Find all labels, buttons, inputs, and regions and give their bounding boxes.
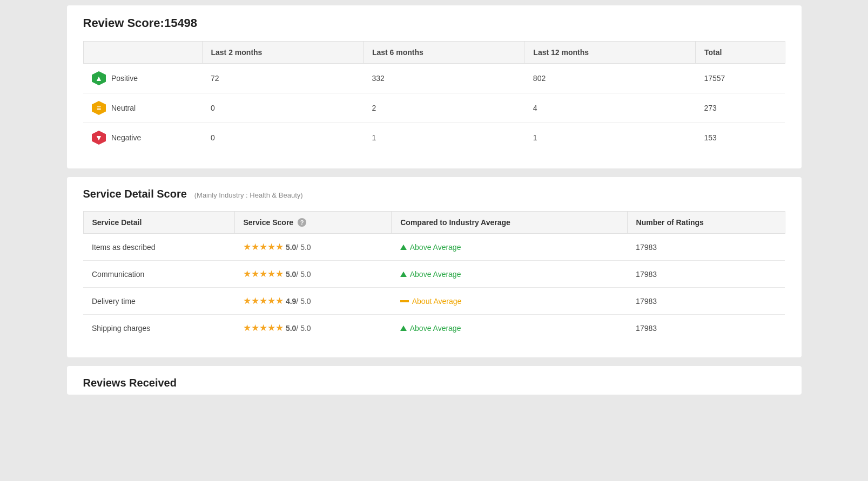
service-detail-score-card: Service Detail Score (Mainly Industry : …: [67, 177, 802, 357]
above-avg-arrow: [400, 272, 407, 277]
review-score-table: Last 2 months Last 6 months Last 12 mont…: [83, 41, 785, 152]
star-icon: ★: [243, 296, 251, 306]
num-ratings-cell: 17983: [627, 234, 785, 261]
comparison-above: Above Average: [400, 243, 618, 252]
service-score-cell: ★★★★★ 5.0/ 5.0: [234, 315, 392, 342]
row-type-label: Neutral: [111, 104, 136, 112]
service-detail-name: Shipping charges: [83, 315, 234, 342]
comparison-cell: Above Average: [392, 315, 627, 342]
positive-icon: ▲: [92, 71, 106, 85]
comparison-label: Above Average: [410, 243, 461, 252]
comparison-cell: Above Average: [392, 234, 627, 261]
star-icon: ★: [267, 296, 275, 306]
star-icon: ★: [267, 269, 275, 279]
neutral-icon: ≡: [92, 101, 106, 115]
col-industry-avg: Compared to Industry Average: [392, 212, 627, 234]
last2-value: 0: [202, 93, 363, 123]
star-rating: ★★★★★: [243, 297, 284, 306]
service-score-cell: ★★★★★ 4.9/ 5.0: [234, 288, 392, 315]
reviews-received-card: Reviews Received: [67, 366, 802, 395]
col-header-total: Total: [695, 42, 785, 64]
star-icon: ★: [251, 242, 259, 252]
star-icon: ★: [267, 323, 275, 333]
service-score-cell: ★★★★★ 5.0/ 5.0: [234, 261, 392, 288]
star-icon: ★: [259, 296, 267, 306]
col-service-detail: Service Detail: [83, 212, 234, 234]
num-ratings-cell: 17983: [627, 261, 785, 288]
review-score-title: Review Score:15498: [83, 16, 785, 30]
last12-value: 4: [524, 93, 696, 123]
star-icon: ★: [243, 323, 251, 333]
service-detail-name: Items as described: [83, 234, 234, 261]
num-ratings-cell: 17983: [627, 288, 785, 315]
last6-value: 332: [363, 64, 524, 93]
row-label-cell: ≡ Neutral: [83, 93, 202, 123]
last2-value: 0: [202, 123, 363, 153]
star-icon: ★: [251, 269, 259, 279]
star-rating: ★★★★★: [243, 324, 284, 333]
comparison-label: Above Average: [410, 270, 461, 279]
row-label-cell: ▲ Positive: [83, 64, 202, 93]
total-value: 17557: [695, 64, 785, 93]
score-display: 5.0/ 5.0: [286, 243, 311, 252]
negative-icon: ▼: [92, 131, 106, 145]
star-icon: ★: [251, 296, 259, 306]
last2-value: 72: [202, 64, 363, 93]
service-score-cell: ★★★★★ 5.0/ 5.0: [234, 234, 392, 261]
star-icon: ★: [251, 323, 259, 333]
service-detail-name: Communication: [83, 261, 234, 288]
comparison-about: About Average: [400, 297, 618, 306]
star-rating: ★★★★★: [243, 243, 284, 252]
review-score-card: Review Score:15498 Last 2 months Last 6 …: [67, 5, 802, 168]
row-type-label: Negative: [111, 133, 141, 142]
score-display: 5.0/ 5.0: [286, 270, 311, 279]
service-detail-subtitle: (Mainly Industry : Health & Beauty): [194, 191, 303, 199]
comparison-above: Above Average: [400, 324, 618, 333]
row-type-label: Positive: [111, 74, 138, 83]
star-icon: ★: [243, 242, 251, 252]
star-icon: ★: [275, 269, 284, 279]
col-service-score: Service Score ?: [234, 212, 392, 234]
star-icon: ★: [259, 323, 267, 333]
last12-value: 802: [524, 64, 696, 93]
about-avg-dash: [400, 300, 409, 302]
last6-value: 2: [363, 93, 524, 123]
comparison-above: Above Average: [400, 270, 618, 279]
comparison-cell: Above Average: [392, 261, 627, 288]
service-detail-name: Delivery time: [83, 288, 234, 315]
star-icon: ★: [275, 323, 284, 333]
row-label-cell: ▼ Negative: [83, 123, 202, 153]
comparison-cell: About Average: [392, 288, 627, 315]
total-value: 153: [695, 123, 785, 153]
total-value: 273: [695, 93, 785, 123]
section-header: Service Detail Score (Mainly Industry : …: [83, 188, 785, 200]
above-avg-arrow: [400, 326, 407, 331]
star-icon: ★: [267, 242, 275, 252]
score-display: 5.0/ 5.0: [286, 324, 311, 333]
star-icon: ★: [275, 242, 284, 252]
col-header-last2: Last 2 months: [202, 42, 363, 64]
star-icon: ★: [275, 296, 284, 306]
col-header-empty: [83, 42, 202, 64]
service-detail-table: Service Detail Service Score ? Compared …: [83, 211, 785, 341]
star-icon: ★: [259, 242, 267, 252]
num-ratings-cell: 17983: [627, 315, 785, 342]
col-num-ratings: Number of Ratings: [627, 212, 785, 234]
reviews-received-title: Reviews Received: [83, 377, 785, 389]
star-icon: ★: [259, 269, 267, 279]
comparison-label: Above Average: [410, 324, 461, 333]
above-avg-arrow: [400, 245, 407, 250]
service-score-help-icon[interactable]: ?: [298, 218, 306, 227]
col-header-last12: Last 12 months: [524, 42, 696, 64]
score-display: 4.9/ 5.0: [286, 297, 311, 306]
col-header-last6: Last 6 months: [363, 42, 524, 64]
star-rating: ★★★★★: [243, 270, 284, 279]
comparison-label: About Average: [412, 297, 462, 306]
star-icon: ★: [243, 269, 251, 279]
last12-value: 1: [524, 123, 696, 153]
last6-value: 1: [363, 123, 524, 153]
service-detail-title: Service Detail Score: [83, 188, 187, 200]
